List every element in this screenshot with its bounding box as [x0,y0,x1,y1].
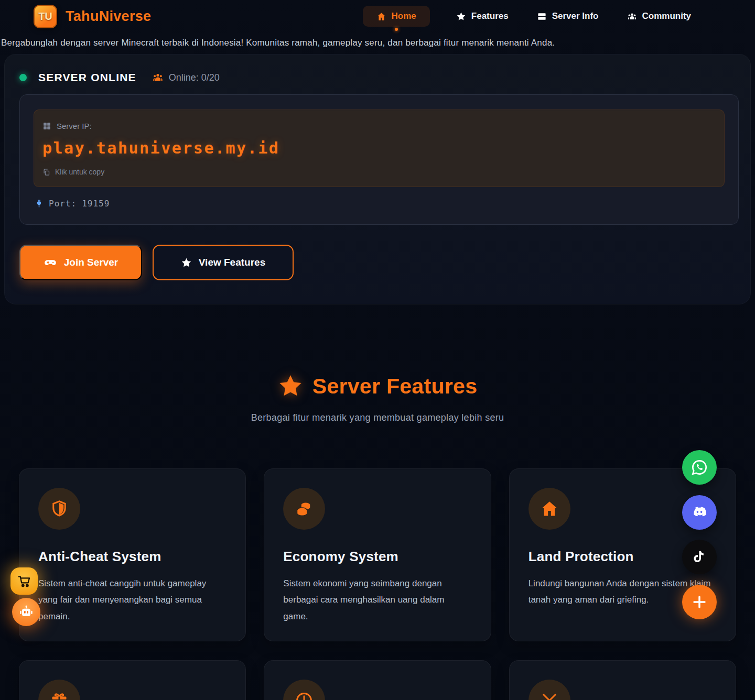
gamepad-icon [44,256,57,269]
cart-icon [17,574,31,588]
players-count: Online: 0/20 [152,72,220,83]
house-icon [540,499,559,518]
tiktok-button[interactable] [682,540,717,574]
feature-card-partial[interactable] [509,660,736,700]
nav-item-home[interactable]: Home [363,6,430,27]
view-features-label: View Features [199,257,265,268]
server-status-row: SERVER ONLINE Online: 0/20 [19,71,739,84]
online-status-dot [19,74,27,81]
feature-card-title: Economy System [283,549,471,565]
tiktok-icon [691,549,708,565]
brand-logo[interactable]: TU [34,5,57,28]
shield-icon [50,499,69,518]
whatsapp-button[interactable] [682,450,717,485]
main-nav: Home Features Server Info Community [363,6,693,27]
copy-hint-label: Klik untuk copy [55,168,104,176]
server-address-panel: Server IP: play.tahuniverse.my.id Klik u… [19,94,739,225]
server-ip-label-row: Server IP: [42,122,716,130]
swords-icon [540,691,559,700]
star-icon [181,257,192,268]
nav-item-community[interactable]: Community [625,6,694,27]
feature-card-title: Anti-Cheat System [38,549,226,565]
features-cards-row-1: Anti-Cheat System Sistem anti-cheat cang… [19,468,736,641]
nav-item-label: Home [392,11,416,21]
star-icon [278,374,303,399]
hero-tagline: Bergabunglah dengan server Minecraft ter… [1,38,755,48]
server-status-card: SERVER ONLINE Online: 0/20 Server IP: pl… [4,54,751,304]
features-cards-row-2 [19,660,736,700]
join-server-button[interactable]: Join Server [19,245,142,280]
feature-card-anti-cheat[interactable]: Anti-Cheat System Sistem anti-cheat cang… [19,468,246,641]
nav-item-features[interactable]: Features [454,6,511,27]
add-button[interactable] [682,585,717,619]
features-section-title: Server Features [312,374,477,399]
active-indicator [395,28,398,31]
server-port-row: Port: 19159 [34,199,725,209]
feature-icon-circle [528,680,570,700]
server-icon [537,12,547,21]
feature-icon-circle [38,488,80,530]
feature-icon-circle [38,680,80,700]
grid-icon [42,122,51,130]
copy-hint-row: Klik untuk copy [42,168,716,176]
discord-icon [690,503,709,522]
join-server-label: Join Server [64,257,118,268]
whatsapp-icon [690,458,709,477]
robot-icon [18,604,34,620]
players-count-label: Online: 0/20 [169,72,220,83]
gift-icon [50,691,69,700]
feature-card-description: Sistem anti-cheat canggih untuk gameplay… [38,575,223,625]
feature-icon-circle [283,680,325,700]
hero-buttons-row: Join Server View Features [19,245,739,280]
server-port-label: Port: [49,199,77,209]
nav-item-label: Features [471,11,509,21]
features-section-header: Server Features [0,374,755,399]
plug-icon [35,199,44,208]
clock-icon [295,691,314,700]
star-icon [456,12,466,21]
home-icon [376,12,386,21]
server-ip-value: play.tahuniverse.my.id [42,139,716,157]
view-features-button[interactable]: View Features [153,245,294,280]
brand-name: TahuNiverse [66,8,151,25]
robot-assistant-button[interactable] [12,598,40,626]
feature-card-partial[interactable] [264,660,491,700]
discord-button[interactable] [682,495,717,530]
top-navigation-bar: TU TahuNiverse Home Features Server Info… [0,0,755,32]
server-ip-copy-box[interactable]: Server IP: play.tahuniverse.my.id Klik u… [34,110,725,187]
brand-logo-text: TU [38,10,52,23]
nav-item-label: Server Info [552,11,599,21]
coins-icon [295,499,314,518]
shop-cart-button[interactable] [10,567,38,595]
server-ip-label: Server IP: [57,122,92,130]
feature-icon-circle [528,488,570,530]
server-port-value: 19159 [82,199,110,209]
server-status-label: SERVER ONLINE [38,71,136,84]
feature-card-description: Sistem ekonomi yang seimbang dengan berb… [283,575,468,625]
feature-icon-circle [283,488,325,530]
community-icon [627,12,637,21]
players-icon [152,72,164,83]
copy-icon [42,168,50,176]
nav-item-server-info[interactable]: Server Info [535,6,601,27]
feature-card-economy[interactable]: Economy System Sistem ekonomi yang seimb… [264,468,491,641]
features-section-subtitle: Berbagai fitur menarik yang membuat game… [0,412,755,423]
nav-item-label: Community [642,11,692,21]
plus-icon [691,594,708,610]
feature-card-partial[interactable] [19,660,246,700]
